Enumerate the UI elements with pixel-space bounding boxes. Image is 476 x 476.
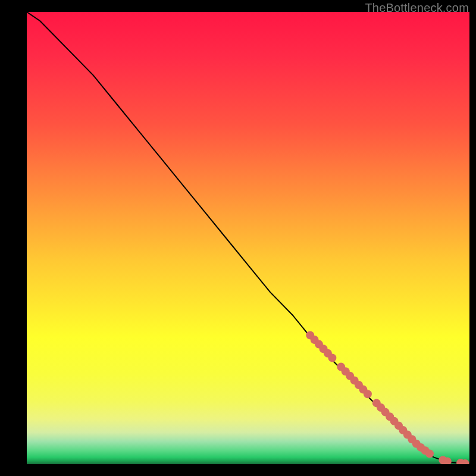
data-marker [456,459,465,464]
data-marker [359,386,367,394]
data-marker [377,403,385,412]
bottleneck-curve [27,12,469,464]
data-marker [394,421,403,430]
data-marker [412,440,421,448]
data-marker [328,353,336,362]
data-marker [386,412,394,421]
data-marker [346,372,354,380]
data-marker [315,340,323,349]
data-marker [421,446,430,455]
data-marker [342,367,350,375]
watermark-text: TheBottleneck.com [365,1,469,15]
data-marker [355,381,363,389]
data-marker [439,456,447,464]
data-marker [425,450,434,458]
data-marker [408,435,416,443]
data-marker [311,336,319,344]
data-marker [372,399,381,407]
data-marker [399,426,407,434]
data-marker [443,457,452,464]
curve-layer [27,12,469,464]
data-marker [390,417,399,425]
data-marker [416,443,425,452]
data-markers [306,331,469,464]
data-marker [381,408,390,416]
chart-frame: TheBottleneck.com [0,0,476,476]
plot-area [27,12,469,464]
data-marker [350,376,359,384]
data-marker [461,459,469,464]
data-marker [320,345,328,353]
data-marker [403,431,412,439]
data-marker [337,363,345,371]
data-marker [324,349,332,358]
data-marker [364,390,372,398]
data-marker [306,331,314,339]
